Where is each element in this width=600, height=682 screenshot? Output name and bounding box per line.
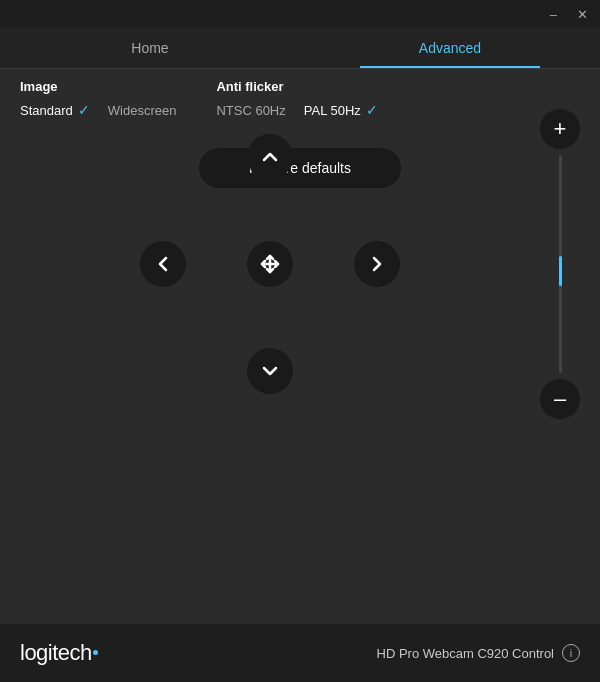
zoom-in-button[interactable]: +	[540, 109, 580, 149]
pan-left-button[interactable]	[140, 241, 186, 287]
device-info: HD Pro Webcam C920 Control i	[377, 644, 581, 662]
logo-dot	[93, 650, 98, 655]
zoom-thumb	[559, 256, 562, 286]
image-setting-label: Image	[20, 79, 176, 94]
tab-advanced[interactable]: Advanced	[300, 28, 600, 68]
logitech-logo: logitech	[20, 640, 98, 666]
pan-right-button[interactable]	[354, 241, 400, 287]
logo-text: logitech	[20, 640, 92, 666]
main-content: + – Image Standard ✓ Widescreen	[0, 79, 600, 569]
pan-up-button[interactable]	[247, 134, 293, 180]
pan-center-button[interactable]	[247, 241, 293, 287]
tab-bar: Home Advanced	[0, 28, 600, 69]
title-bar: – ✕	[0, 0, 600, 28]
minimize-button[interactable]: –	[546, 6, 561, 23]
footer: logitech HD Pro Webcam C920 Control i	[0, 624, 600, 682]
zoom-out-button[interactable]: –	[540, 379, 580, 419]
zoom-slider: + –	[540, 109, 580, 419]
pan-controls	[140, 134, 400, 394]
pan-down-button[interactable]	[247, 348, 293, 394]
pan-area	[0, 109, 540, 419]
zoom-track[interactable]	[559, 155, 562, 373]
close-button[interactable]: ✕	[573, 6, 592, 23]
tab-home[interactable]: Home	[0, 28, 300, 68]
info-icon-button[interactable]: i	[562, 644, 580, 662]
device-name: HD Pro Webcam C920 Control	[377, 646, 555, 661]
anti-flicker-label: Anti flicker	[216, 79, 377, 94]
